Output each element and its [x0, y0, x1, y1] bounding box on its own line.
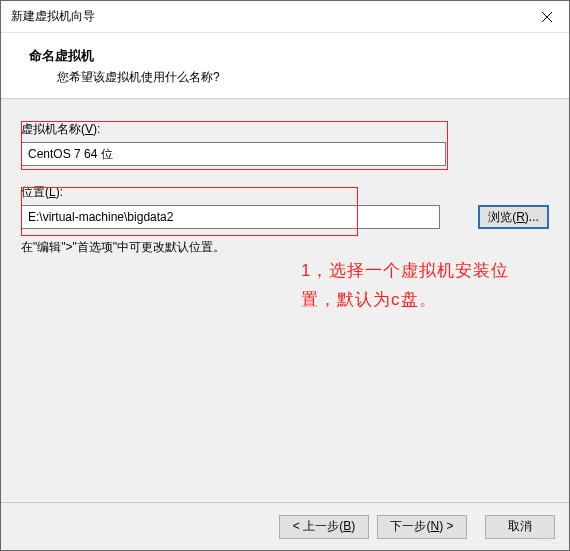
vm-name-group: 虚拟机名称(V): — [21, 121, 549, 166]
vm-name-input[interactable] — [21, 142, 446, 166]
window-title: 新建虚拟机向导 — [11, 8, 95, 25]
browse-button[interactable]: 浏览(R)... — [478, 205, 549, 229]
location-label: 位置(L): — [21, 184, 549, 201]
close-icon — [542, 12, 552, 22]
vm-name-label: 虚拟机名称(V): — [21, 121, 549, 138]
location-input[interactable] — [21, 205, 440, 229]
wizard-window: 新建虚拟机向导 命名虚拟机 您希望该虚拟机使用什么名称? 虚拟机名称(V): 位… — [0, 0, 570, 551]
wizard-footer: < 上一步(B) 下一步(N) > 取消 — [1, 502, 569, 550]
cancel-button[interactable]: 取消 — [485, 515, 555, 539]
next-button[interactable]: 下一步(N) > — [377, 515, 467, 539]
page-title: 命名虚拟机 — [29, 47, 549, 65]
location-hint: 在"编辑">"首选项"中可更改默认位置。 — [21, 239, 549, 256]
annotation-text: 1，选择一个虚拟机安装位置，默认为c盘。 — [301, 257, 541, 315]
page-subtitle: 您希望该虚拟机使用什么名称? — [57, 69, 549, 86]
close-button[interactable] — [524, 1, 569, 33]
location-group: 位置(L): 浏览(R)... — [21, 184, 549, 229]
wizard-header: 命名虚拟机 您希望该虚拟机使用什么名称? — [1, 33, 569, 99]
back-button[interactable]: < 上一步(B) — [279, 515, 369, 539]
wizard-content: 虚拟机名称(V): 位置(L): 浏览(R)... 在"编辑">"首选项"中可更… — [1, 99, 569, 502]
titlebar: 新建虚拟机向导 — [1, 1, 569, 33]
